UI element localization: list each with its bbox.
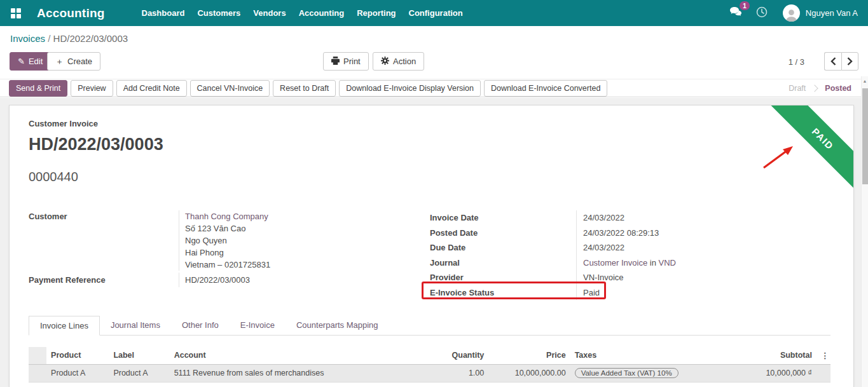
state-arrow-icon [811, 85, 818, 92]
menu-customers[interactable]: Customers [191, 0, 247, 26]
provider-field: Provider VN-Invoice [430, 270, 830, 285]
table-header-row: Product Label Account Quantity Price Tax… [29, 347, 830, 364]
create-button[interactable]: ＋ Create [47, 52, 100, 71]
invoice-number-title: HD/2022/03/0003 [29, 135, 163, 154]
cancel-vn-invoice-button[interactable]: Cancel VN-Invoice [190, 80, 270, 97]
tab-other-info[interactable]: Other Info [171, 316, 230, 335]
optional-columns-icon[interactable]: ⋮ [816, 347, 830, 364]
invoice-sequence-number: 0000440 [29, 170, 78, 184]
journal-link[interactable]: Customer Invoice [583, 258, 647, 268]
top-navbar: Accounting Dashboard Customers Vendors A… [0, 0, 868, 26]
scrollbar-up-icon[interactable]: ▲ [862, 76, 868, 86]
state-posted[interactable]: Posted [825, 84, 851, 93]
menu-vendors[interactable]: Vendors [247, 0, 292, 26]
action-button[interactable]: Action [373, 52, 424, 71]
state-widget: Draft Posted [789, 84, 851, 93]
pager-count: 1 / 3 [789, 57, 804, 67]
col-taxes[interactable]: Taxes [570, 347, 703, 364]
due-date-field: Due Date 24/03/2022 [430, 240, 830, 255]
customer-address-line: Hai Phong [185, 247, 410, 259]
tab-invoice-lines[interactable]: Invoice Lines [29, 316, 100, 336]
state-draft[interactable]: Draft [789, 84, 806, 93]
col-price[interactable]: Price [488, 347, 570, 364]
tax-pill[interactable]: Value Added Tax (VAT) 10% [575, 368, 679, 378]
vertical-scrollbar[interactable]: ▲ [861, 76, 868, 387]
printer-icon [331, 57, 340, 67]
customer-address-line: Ngo Quyen [185, 234, 410, 247]
payment-reference-value: HD/2022/03/0003 [179, 273, 410, 287]
provider-value: VN-Invoice [576, 270, 830, 285]
navbar-systray: 1 Nguyen Van A [729, 4, 858, 22]
customer-link[interactable]: Thanh Cong Company [185, 210, 410, 222]
cell-account[interactable]: 5111 Revenue from sales of merchandises [170, 364, 415, 382]
preview-button[interactable]: Preview [71, 80, 113, 97]
cell-taxes[interactable]: Value Added Tax (VAT) 10% [570, 364, 703, 382]
invoice-form-card: Customer Invoice HD/2022/03/0003 0000440… [9, 105, 854, 387]
payment-reference-field: Payment Reference HD/2022/03/0003 [29, 273, 410, 287]
col-quantity[interactable]: Quantity [415, 347, 488, 364]
notebook: Invoice Lines Journal Items Other Info E… [29, 316, 830, 336]
annotation-arrow [760, 142, 799, 172]
col-account[interactable]: Account [170, 347, 415, 364]
pager-next-button[interactable] [841, 52, 858, 71]
menu-dashboard[interactable]: Dashboard [135, 0, 191, 26]
pencil-icon: ✎ [18, 57, 25, 66]
table-row[interactable]: Product A Product A 5111 Revenue from sa… [29, 364, 830, 382]
apps-menu-icon[interactable] [11, 8, 21, 18]
row-gutter-cell[interactable] [29, 364, 46, 382]
einvoice-status-value: Paid [576, 285, 830, 301]
cell-price[interactable]: 10,000,000.00 [488, 364, 570, 382]
customer-address-line: Vietnam – 0201725831 [185, 259, 410, 271]
scrollbar-thumb[interactable] [862, 88, 868, 184]
menu-configuration[interactable]: Configuration [403, 0, 469, 26]
activities-clock-icon[interactable] [756, 6, 768, 20]
tab-e-invoice[interactable]: E-Invoice [230, 316, 286, 335]
breadcrumb-separator: / [48, 33, 50, 44]
invoice-date-value: 24/03/2022 [576, 210, 830, 226]
breadcrumb-current: HD/2022/03/0003 [53, 33, 128, 44]
journal-in-word: in [650, 258, 656, 268]
menu-reporting[interactable]: Reporting [350, 0, 402, 26]
download-einvoice-display-button[interactable]: Download E-Invoice Display Version [339, 80, 481, 97]
user-menu[interactable]: Nguyen Van A [783, 4, 858, 22]
einvoice-status-field: E-Invoice Status Paid [430, 285, 830, 301]
cell-quantity[interactable]: 1.00 [415, 364, 488, 382]
send-print-button[interactable]: Send & Print [9, 80, 67, 97]
reset-to-draft-button[interactable]: Reset to Draft [273, 80, 336, 97]
col-subtotal[interactable]: Subtotal [703, 347, 816, 364]
cell-subtotal[interactable]: 10,000,000 ₫ [703, 364, 816, 382]
add-credit-note-button[interactable]: Add Credit Note [116, 80, 187, 97]
breadcrumb: Invoices / HD/2022/03/0003 [10, 33, 128, 44]
tab-counterparts-mapping[interactable]: Counterparts Mapping [286, 316, 389, 335]
col-product[interactable]: Product [46, 347, 109, 364]
invoice-date-field: Invoice Date 24/03/2022 [430, 210, 830, 226]
menu-accounting[interactable]: Accounting [293, 0, 351, 26]
cell-options [816, 364, 830, 382]
customer-label: Customer [29, 210, 179, 271]
document-type-label: Customer Invoice [29, 119, 98, 128]
cell-product[interactable]: Product A [46, 364, 109, 382]
edit-button[interactable]: ✎ Edit [10, 52, 51, 71]
col-label[interactable]: Label [109, 347, 169, 364]
user-name: Nguyen Van A [806, 8, 858, 18]
tab-journal-items[interactable]: Journal Items [100, 316, 171, 335]
main-menu: Dashboard Customers Vendors Accounting R… [135, 0, 469, 26]
pager-previous-button[interactable] [824, 52, 841, 71]
journal-currency-link[interactable]: VND [659, 258, 676, 268]
row-gutter [29, 347, 46, 364]
journal-field: Journal Customer Invoice in VND [430, 255, 830, 271]
messages-icon[interactable]: 1 [729, 6, 742, 20]
statusbar: Send & Print Preview Add Credit Note Can… [0, 79, 868, 97]
messages-count-badge: 1 [740, 1, 750, 10]
app-brand[interactable]: Accounting [37, 6, 105, 20]
invoice-lines-table: Product Label Account Quantity Price Tax… [29, 347, 830, 383]
posted-date-field: Posted Date 24/03/2022 08:29:13 [430, 226, 830, 241]
breadcrumb-invoices-link[interactable]: Invoices [10, 33, 45, 44]
pager [824, 52, 858, 71]
plus-icon: ＋ [55, 56, 64, 67]
posted-date-value: 24/03/2022 08:29:13 [576, 226, 830, 241]
print-button[interactable]: Print [323, 52, 369, 71]
customer-field: Customer Thanh Cong Company Số 123 Văn C… [29, 210, 410, 271]
download-einvoice-converted-button[interactable]: Download E-Invoice Converted [484, 80, 607, 97]
cell-label[interactable]: Product A [109, 364, 169, 382]
